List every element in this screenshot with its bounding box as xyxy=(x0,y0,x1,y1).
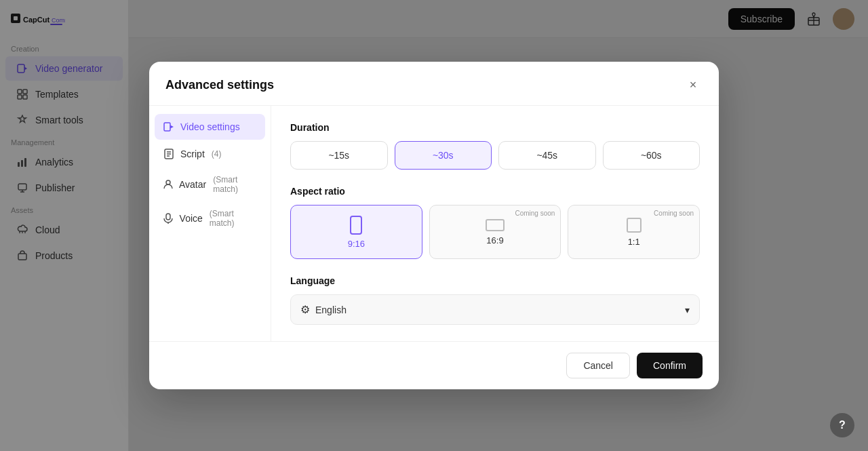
nav-item-video-settings[interactable]: Video settings xyxy=(155,114,265,140)
nav-item-badge: (Smart match) xyxy=(210,209,257,228)
nav-item-badge: (Smart match) xyxy=(213,175,257,194)
landscape-aspect-icon xyxy=(486,219,505,231)
duration-60s-button[interactable]: ~60s xyxy=(603,141,701,170)
dialog-body: Video settings Script (4) Avatar (Smart … xyxy=(149,106,719,341)
modal-overlay: Advanced settings × Video settings Scrip… xyxy=(0,0,868,451)
aspect-1-1-button[interactable]: Coming soon 1:1 xyxy=(568,205,700,259)
duration-30s-button[interactable]: ~30s xyxy=(395,141,492,170)
svg-rect-19 xyxy=(166,214,170,220)
duration-section-title: Duration xyxy=(290,122,700,133)
dialog-close-button[interactable]: × xyxy=(684,75,703,94)
duration-options: ~15s ~30s ~45s ~60s xyxy=(290,141,700,170)
aspect-16-9-label: 16:9 xyxy=(486,235,503,246)
nav-item-label: Script xyxy=(180,149,205,159)
help-button[interactable]: ? xyxy=(830,413,854,437)
dialog-nav: Video settings Script (4) Avatar (Smart … xyxy=(149,106,271,341)
advanced-settings-dialog: Advanced settings × Video settings Scrip… xyxy=(149,62,719,389)
voice-icon xyxy=(163,212,174,224)
nav-item-badge: (4) xyxy=(212,149,222,159)
aspect-16-9-button[interactable]: Coming soon 16:9 xyxy=(429,205,561,259)
dialog-main-content: Duration ~15s ~30s ~45s ~60s Aspect rati… xyxy=(271,106,719,341)
confirm-button[interactable]: Confirm xyxy=(637,353,703,378)
language-select[interactable]: ⚙ English ▾ xyxy=(290,294,700,325)
language-left: ⚙ English xyxy=(300,303,347,316)
svg-point-18 xyxy=(166,180,170,184)
avatar-icon xyxy=(163,178,174,191)
video-settings-icon xyxy=(163,121,175,133)
help-icon: ? xyxy=(839,419,846,431)
language-icon: ⚙ xyxy=(300,303,310,316)
dialog-footer: Cancel Confirm xyxy=(149,341,719,389)
language-section-title: Language xyxy=(290,275,700,286)
script-icon xyxy=(163,148,175,160)
coming-soon-badge: Coming soon xyxy=(515,210,555,217)
nav-item-voice[interactable]: Voice (Smart match) xyxy=(155,202,265,235)
language-value: English xyxy=(315,305,347,315)
nav-item-label: Video settings xyxy=(180,121,240,132)
aspect-1-1-label: 1:1 xyxy=(628,237,640,247)
nav-item-label: Avatar xyxy=(179,179,206,190)
aspect-9-16-button[interactable]: 9:16 xyxy=(290,205,422,259)
square-aspect-icon xyxy=(627,218,642,233)
chevron-down-icon: ▾ xyxy=(685,305,690,315)
aspect-9-16-label: 9:16 xyxy=(348,239,365,249)
nav-item-script[interactable]: Script (4) xyxy=(155,141,265,167)
svg-rect-16 xyxy=(164,123,170,131)
duration-15s-button[interactable]: ~15s xyxy=(290,141,388,170)
aspect-ratio-section-title: Aspect ratio xyxy=(290,186,700,197)
dialog-title: Advanced settings xyxy=(165,78,274,92)
duration-45s-button[interactable]: ~45s xyxy=(498,141,596,170)
cancel-button[interactable]: Cancel xyxy=(566,353,630,378)
phone-aspect-icon xyxy=(350,216,362,235)
dialog-header: Advanced settings × xyxy=(149,62,719,106)
aspect-ratio-options: 9:16 Coming soon 16:9 Coming soon 1:1 xyxy=(290,205,700,259)
nav-item-avatar[interactable]: Avatar (Smart match) xyxy=(155,168,265,201)
nav-item-label: Voice xyxy=(180,213,203,224)
coming-soon-badge: Coming soon xyxy=(654,210,694,217)
